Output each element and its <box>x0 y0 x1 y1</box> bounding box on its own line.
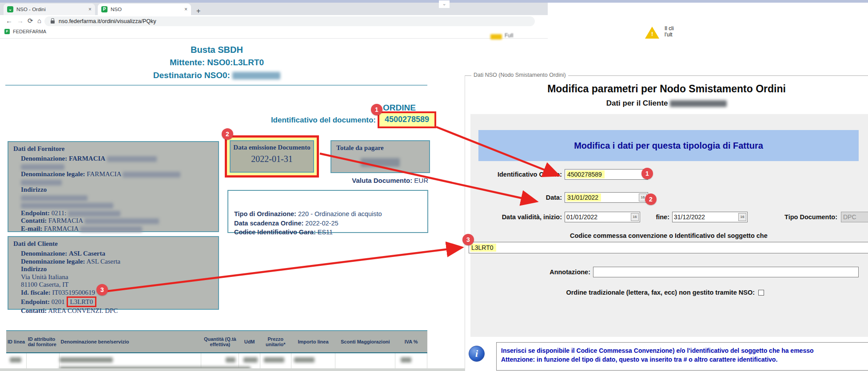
field-value: IT03519500619 <box>52 289 95 296</box>
table-header-row: ID linea ID attribuito dal fornitore Den… <box>6 331 427 353</box>
col-id-fornitore: ID attribuito dal fornitore <box>27 331 60 353</box>
banner-message: Modifica i dati per questa tipologia di … <box>478 130 859 161</box>
reload-icon[interactable]: ⟳ <box>28 17 33 25</box>
tab-nso[interactable]: P NSO × <box>98 4 191 15</box>
annotazione-label: Annotazione: <box>492 268 590 276</box>
redacted-chip <box>21 180 62 186</box>
redacted-chip <box>21 203 113 209</box>
tab-close-icon[interactable]: × <box>184 6 187 12</box>
url-text[interactable]: nso.federfarma.it/ordini/visualizza/PQky <box>59 18 156 24</box>
annotazione-input[interactable] <box>593 267 859 277</box>
calendar-icon[interactable]: 16 <box>631 213 639 221</box>
field-value: 220 - Ordinazione di acquisto <box>298 210 382 217</box>
redacted-chip <box>490 34 502 39</box>
redacted-chip <box>226 357 235 363</box>
lock-icon <box>51 20 55 24</box>
nso-parameters-panel: Dati NSO (Nodo Smistamento Ordini) Modif… <box>465 75 868 371</box>
redacted-chip <box>232 72 280 79</box>
field-label: Denominazione legale: <box>21 258 85 265</box>
fornitore-title: Dati del Fornitore <box>8 142 218 153</box>
full-label: Full <box>505 32 513 39</box>
home-icon[interactable]: ⌂ <box>37 17 41 24</box>
badge-3-panel: 3 <box>462 234 474 245</box>
warning-line1: Il cli <box>665 25 674 32</box>
doc-id-value-highlight: 4500278589 <box>378 111 436 128</box>
url-bar[interactable]: nso.federfarma.it/ordini/visualizza/PQky <box>44 16 535 26</box>
calendar-icon[interactable]: 16 <box>738 213 746 221</box>
col-denominazione: Denominazione bene/servizio <box>60 331 201 353</box>
warning-text: Il cli l'ult <box>665 25 674 38</box>
page-header-divider <box>0 38 548 39</box>
codice-commessa-input[interactable]: L3LRT0 <box>469 242 868 253</box>
destinatario-line: Destinatario NSO0: <box>0 69 434 82</box>
validita-inizio-label: Data validità, inizio: <box>465 213 562 221</box>
doc-id-label: Identificativo del documento: <box>271 116 376 125</box>
data-emissione-highlight: Data emissione Documento 2022-01-31 <box>225 135 319 178</box>
ordinazione-box: Tipo di Ordinazione: 220 - Ordinazione d… <box>227 190 428 233</box>
info-line1: Inserisci se disponibile il Codice Comme… <box>501 346 864 355</box>
field-label: Tipo di Ordinazione: <box>234 210 296 217</box>
tab-nso-ordini[interactable]: ⌄ NSO - Ordini × <box>4 4 95 15</box>
totale-box: Totale da pagare <box>330 140 430 173</box>
field-value: 2022-02-25 <box>305 220 338 227</box>
chevron-down-icon[interactable]: ⌄ <box>439 0 450 8</box>
badge-2-panel: 2 <box>645 193 657 205</box>
badge-2-document: 2 <box>222 128 233 140</box>
field-value: 0201 <box>52 298 65 305</box>
data-label: Data: <box>465 194 562 201</box>
validita-inizio-input[interactable]: 01/01/2022 16 <box>565 212 640 222</box>
redacted-chip <box>294 357 315 363</box>
order-lines-table: ID linea ID attribuito dal fornitore Den… <box>6 330 427 370</box>
tab-title: NSO <box>111 7 182 12</box>
redacted-chip <box>107 156 157 162</box>
redacted-chip <box>243 357 258 363</box>
identificativo-ordine-input[interactable]: 4500278589 <box>565 169 648 180</box>
redacted-chip <box>21 195 88 201</box>
new-tab-button[interactable]: + <box>196 7 200 15</box>
document-heading: Busta SBDH Mittente: NSO0:L3LRT0 Destina… <box>0 43 434 82</box>
valuta-line: Valuta Documento: EUR <box>284 177 428 184</box>
info-line2: Attenzione: in funzione del tipo di dato… <box>501 355 864 364</box>
fine-input[interactable]: 31/12/2022 16 <box>672 212 748 222</box>
back-icon[interactable]: ← <box>6 17 12 24</box>
field-value: FARMACIA <box>48 217 83 224</box>
nso-favicon: P <box>101 6 108 12</box>
identificativo-ordine-label: Identificativo Ordine: <box>465 171 562 178</box>
fornitore-box: Dati del Fornitore Denominazione: FARMAC… <box>8 141 219 232</box>
redacted-chip <box>84 218 159 224</box>
nso-checkbox[interactable] <box>758 290 764 296</box>
tab-close-icon[interactable]: × <box>88 6 92 12</box>
col-importo: Importo linea <box>291 331 335 353</box>
cliente-via: Via Unità Italiana <box>21 273 214 281</box>
info-box: Inserisci se disponibile il Codice Comme… <box>496 342 868 371</box>
data-emissione-value: 2022-01-31 <box>231 151 313 164</box>
forward-icon[interactable]: → <box>17 17 24 24</box>
tab-strip: ⌄ NSO - Ordini × P NSO × + <box>0 3 548 15</box>
field-label: Denominazione: <box>21 155 67 162</box>
field-value: FARMACIA <box>87 170 121 178</box>
field-label: Id. fiscale: <box>21 289 51 296</box>
data-input[interactable]: 31/01/2022 16 <box>565 192 648 203</box>
cliente-title: Dati del Cliente <box>8 237 218 248</box>
field-label: Codice Identificativo Gara: <box>234 229 316 236</box>
badge-1-panel: 1 <box>641 168 653 179</box>
federfarma-bookmark-icon: F <box>4 29 10 34</box>
redacted-chip <box>670 100 727 107</box>
ordine-tradizionale-label: Ordine tradizionale (lettera, fax, ecc) … <box>545 289 755 296</box>
panel-legend: Dati NSO (Nodo Smistamento Ordini) <box>471 72 568 78</box>
tab-title: NSO - Ordini <box>16 7 86 12</box>
data-emissione-box: Data emissione Documento 2022-01-31 <box>230 140 314 173</box>
field-label: Contatti: <box>21 307 47 314</box>
field-label: Data scadenza Ordine: <box>234 220 303 227</box>
field-value: FARMACIA <box>44 225 78 232</box>
data-emissione-title: Data emissione Documento <box>231 141 313 151</box>
federfarma-bookmark[interactable]: FEDERFARMA <box>13 29 46 34</box>
valuta-label: Valuta Documento: <box>352 177 412 184</box>
badge-3-document: 3 <box>96 284 108 296</box>
tipo-documento-label: Tipo Documento: <box>771 213 837 221</box>
section-divider <box>5 85 427 86</box>
redacted-chip <box>123 172 180 178</box>
field-value: ES11 <box>318 229 333 236</box>
info-icon: i <box>469 346 485 362</box>
field-label: Denominazione: <box>21 250 67 257</box>
